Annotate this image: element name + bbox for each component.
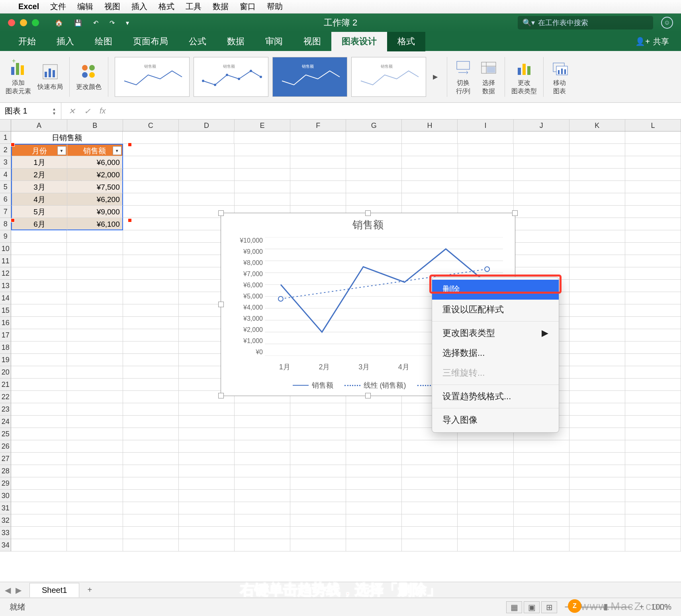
cell[interactable] — [625, 280, 681, 292]
row-header[interactable]: 32 — [0, 514, 11, 527]
cell[interactable]: ¥6,200 — [67, 193, 123, 206]
menu-insert[interactable]: 插入 — [131, 1, 147, 12]
cell[interactable] — [235, 539, 290, 551]
cell[interactable] — [458, 465, 513, 477]
cell[interactable] — [514, 514, 569, 527]
cell[interactable] — [11, 416, 67, 428]
cell[interactable] — [569, 366, 625, 379]
normal-view-icon[interactable]: ▦ — [506, 601, 522, 613]
cell[interactable] — [458, 144, 514, 156]
cell[interactable] — [346, 440, 402, 453]
cell[interactable] — [11, 292, 67, 304]
cell[interactable] — [346, 156, 402, 169]
cell[interactable] — [123, 391, 179, 403]
cell[interactable] — [346, 490, 402, 502]
cell[interactable] — [569, 280, 625, 292]
row-header[interactable]: 12 — [0, 267, 11, 280]
cell[interactable] — [179, 428, 235, 440]
context-menu-item[interactable]: 重设以匹配样式 — [432, 300, 559, 320]
cell[interactable] — [290, 514, 346, 527]
cell[interactable] — [346, 453, 402, 465]
menu-view[interactable]: 视图 — [104, 1, 120, 12]
cell[interactable] — [402, 502, 458, 514]
add-sheet-button[interactable]: + — [82, 585, 97, 594]
cell[interactable] — [179, 502, 235, 514]
cell[interactable]: 5月 — [11, 206, 67, 218]
row-header[interactable]: 23 — [0, 403, 11, 416]
cell[interactable] — [11, 230, 67, 243]
cell[interactable] — [346, 181, 402, 193]
cell[interactable] — [346, 416, 402, 428]
cell[interactable]: 日销售额 — [11, 131, 123, 144]
cell[interactable] — [179, 465, 235, 477]
cancel-formula-icon[interactable]: ✕ — [68, 106, 75, 116]
cell[interactable] — [458, 181, 514, 193]
cell[interactable] — [179, 527, 235, 539]
row-header[interactable]: 20 — [0, 366, 11, 379]
cell[interactable] — [569, 329, 625, 341]
cell[interactable] — [179, 453, 235, 465]
cell[interactable] — [235, 527, 290, 539]
home-icon[interactable]: 🏠 — [55, 19, 63, 27]
cell[interactable]: ¥6,000 — [67, 156, 123, 169]
tab-insert[interactable]: 插入 — [46, 31, 84, 51]
row-header[interactable]: 24 — [0, 416, 11, 428]
save-icon[interactable]: 💾 — [74, 19, 82, 27]
row-header[interactable]: 19 — [0, 354, 11, 366]
cell[interactable] — [11, 477, 67, 490]
row-header[interactable]: 21 — [0, 379, 11, 391]
cell[interactable]: 月份▼ — [11, 144, 67, 156]
cell[interactable] — [625, 440, 681, 453]
resize-handle-icon[interactable] — [512, 210, 518, 216]
col-header[interactable]: A — [11, 120, 67, 131]
cell[interactable] — [67, 304, 123, 317]
cell[interactable] — [123, 206, 179, 218]
confirm-formula-icon[interactable]: ✓ — [84, 106, 91, 116]
cell[interactable] — [346, 527, 402, 539]
cell[interactable] — [625, 292, 681, 304]
cell[interactable] — [625, 527, 681, 539]
row-header[interactable]: 29 — [0, 477, 11, 490]
cell[interactable] — [569, 354, 625, 366]
cell[interactable] — [569, 206, 625, 218]
cell[interactable] — [625, 502, 681, 514]
cell[interactable] — [11, 391, 67, 403]
cell[interactable] — [514, 181, 569, 193]
tab-format[interactable]: 格式 — [387, 31, 425, 51]
context-menu-item[interactable]: 选择数据... — [432, 343, 559, 363]
col-header[interactable]: L — [625, 120, 681, 131]
cell[interactable] — [123, 477, 179, 490]
cell[interactable] — [67, 329, 123, 341]
chart-style-1[interactable]: 销售额 — [115, 57, 190, 97]
cell[interactable] — [179, 477, 235, 490]
cell[interactable] — [123, 428, 179, 440]
resize-handle-icon[interactable] — [365, 210, 371, 216]
cell[interactable] — [67, 379, 123, 391]
cell[interactable] — [569, 144, 625, 156]
cell[interactable] — [179, 169, 235, 181]
cell[interactable] — [235, 453, 290, 465]
move-chart-button[interactable]: 移动 图表 — [550, 58, 569, 96]
cell[interactable] — [235, 465, 290, 477]
tab-view[interactable]: 视图 — [293, 31, 331, 51]
cell[interactable] — [123, 304, 179, 317]
cell[interactable] — [67, 514, 123, 527]
cell[interactable] — [402, 131, 458, 144]
cell[interactable] — [625, 218, 681, 230]
cell[interactable]: 销售额▼ — [67, 144, 123, 156]
cell[interactable] — [569, 453, 625, 465]
cell[interactable] — [67, 255, 123, 267]
cell[interactable] — [625, 391, 681, 403]
cell[interactable] — [625, 539, 681, 551]
tab-review[interactable]: 审阅 — [255, 31, 293, 51]
cell[interactable] — [346, 428, 402, 440]
cell[interactable] — [123, 490, 179, 502]
cell[interactable] — [625, 317, 681, 329]
cell[interactable] — [178, 131, 234, 144]
cell[interactable] — [625, 156, 681, 169]
cell[interactable] — [123, 440, 179, 453]
cell[interactable] — [11, 304, 67, 317]
col-header[interactable]: D — [179, 120, 235, 131]
cell[interactable] — [290, 144, 346, 156]
select-data-button[interactable]: 选择 数据 — [479, 58, 498, 96]
